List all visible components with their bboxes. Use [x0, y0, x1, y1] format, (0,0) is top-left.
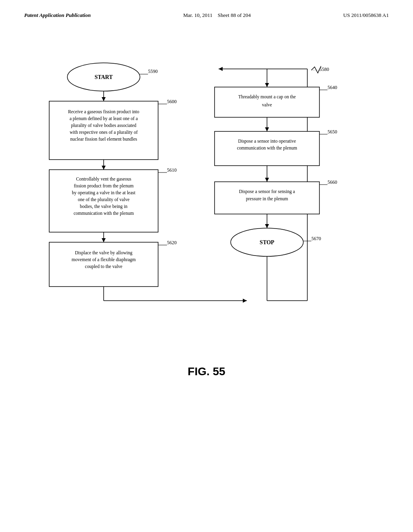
svg-text:bodies, the valve being in: bodies, the valve being in	[80, 204, 127, 209]
header-right: US 2011/0058638 A1	[343, 12, 389, 19]
header-left: Patent Application Publication	[24, 12, 91, 19]
svg-text:5600: 5600	[167, 99, 177, 104]
svg-text:coupled to the valve: coupled to the valve	[85, 264, 123, 269]
svg-text:5670: 5670	[311, 236, 321, 241]
svg-text:5660: 5660	[327, 179, 337, 185]
svg-marker-35	[243, 299, 247, 303]
svg-text:5610: 5610	[167, 167, 177, 173]
svg-text:communication with the plenum: communication with the plenum	[73, 211, 133, 216]
svg-text:a plenum defined by at least o: a plenum defined by at least one of a	[69, 116, 138, 121]
page-header: Patent Application Publication Mar. 10, …	[24, 12, 389, 19]
svg-text:Displace the valve by allowing: Displace the valve by allowing	[75, 250, 133, 256]
svg-text:5590: 5590	[148, 69, 158, 74]
svg-text:one of the plurality of valve: one of the plurality of valve	[78, 197, 129, 202]
svg-text:valve: valve	[262, 102, 272, 107]
svg-text:with respective ones of a plur: with respective ones of a plurality of	[70, 130, 138, 135]
svg-text:STOP: STOP	[260, 239, 275, 245]
svg-text:Dispose a sensor into operativ: Dispose a sensor into operative	[238, 139, 296, 144]
svg-marker-26	[102, 238, 106, 242]
svg-text:Controllably vent the gaseous: Controllably vent the gaseous	[76, 177, 131, 182]
svg-marker-63	[265, 224, 269, 228]
svg-text:5580: 5580	[319, 66, 329, 72]
svg-text:nuclear fission fuel element b: nuclear fission fuel element bundles	[70, 137, 138, 141]
svg-text:fission product from the plenu: fission product from the plenum	[74, 183, 133, 189]
figure-caption: FIG. 55	[24, 365, 389, 378]
flowchart-svg: START 5590 Receive a gaseous fission pro…	[24, 35, 389, 349]
svg-text:communication with the plenum: communication with the plenum	[237, 145, 297, 151]
svg-marker-15	[102, 166, 106, 170]
svg-marker-42	[265, 83, 269, 87]
header-center: Mar. 10, 2011 Sheet 88 of 204	[183, 12, 250, 19]
svg-text:5620: 5620	[167, 240, 177, 245]
svg-text:Threadably mount a cap on the: Threadably mount a cap on the	[238, 94, 296, 100]
svg-text:movement of a flexible diaphra: movement of a flexible diaphragm	[71, 257, 136, 262]
svg-text:5650: 5650	[327, 129, 337, 135]
svg-text:START: START	[94, 74, 113, 80]
svg-marker-56	[265, 178, 269, 182]
page: Patent Application Publication Mar. 10, …	[0, 0, 413, 532]
svg-marker-5	[102, 97, 106, 101]
svg-text:5640: 5640	[327, 85, 337, 90]
svg-text:Receive a gaseous fission prod: Receive a gaseous fission product into	[68, 109, 140, 114]
svg-text:Dispose a sensor for sensing a: Dispose a sensor for sensing a	[239, 189, 295, 194]
svg-text:by operating a valve in the at: by operating a valve in the at least	[72, 190, 136, 195]
svg-marker-38	[219, 67, 223, 71]
svg-text:pressure in the plenum: pressure in the plenum	[246, 196, 288, 202]
diagram-area: START 5590 Receive a gaseous fission pro…	[24, 35, 389, 349]
svg-text:plurality of valve bodies asso: plurality of valve bodies associated	[71, 123, 136, 128]
svg-marker-49	[265, 127, 269, 131]
